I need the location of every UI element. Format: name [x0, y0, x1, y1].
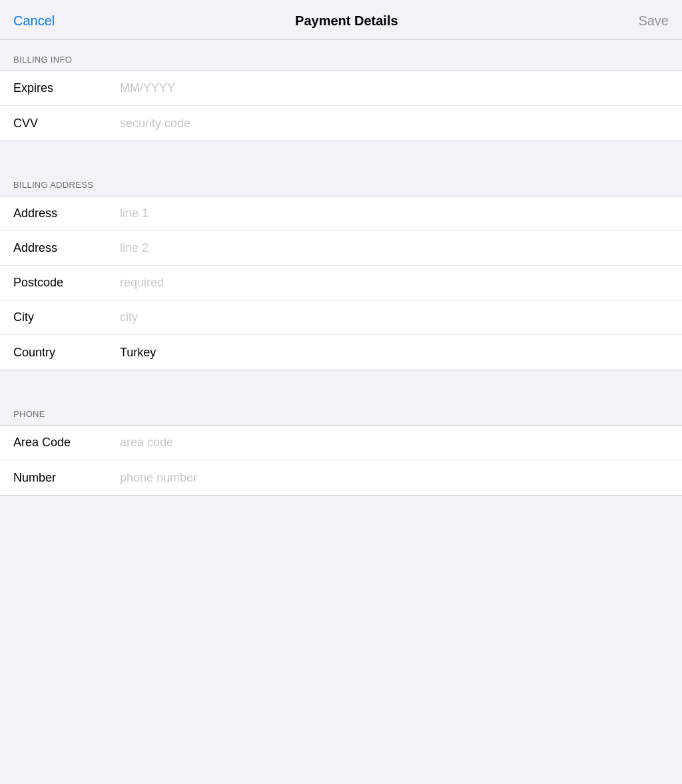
spacer-2 — [0, 370, 682, 394]
billing-address-section-header: BILLING ADDRESS — [0, 165, 682, 196]
area-code-label: Area Code — [13, 436, 120, 450]
postcode-label: Postcode — [13, 276, 120, 290]
city-row: City — [0, 300, 682, 335]
page-title: Payment Details — [295, 13, 398, 29]
billing-address-form: Address Address Postcode City Country Tu… — [0, 196, 682, 370]
phone-form: Area Code Number — [0, 426, 682, 496]
city-input[interactable] — [120, 301, 669, 334]
country-row[interactable]: Country Turkey — [0, 335, 682, 370]
address1-input[interactable] — [120, 197, 669, 230]
billing-info-form: Expires CVV — [0, 71, 682, 141]
billing-address-label: BILLING ADDRESS — [13, 180, 93, 190]
save-button[interactable]: Save — [638, 11, 669, 31]
navigation-bar: Cancel Payment Details Save — [0, 0, 682, 40]
cvv-label: CVV — [13, 117, 120, 131]
number-label: Number — [13, 471, 120, 485]
spacer-1 — [0, 141, 682, 165]
area-code-row: Area Code — [0, 426, 682, 460]
address2-label: Address — [13, 241, 120, 255]
phone-label: PHONE — [13, 409, 45, 419]
country-value: Turkey — [120, 336, 669, 369]
area-code-input[interactable] — [120, 426, 669, 459]
number-input[interactable] — [120, 462, 669, 494]
phone-section-header: PHONE — [0, 394, 682, 426]
billing-info-section-header: BILLING INFO — [0, 40, 682, 71]
city-label: City — [13, 310, 120, 324]
expires-input[interactable] — [120, 72, 669, 105]
country-label: Country — [13, 346, 120, 360]
address2-row: Address — [0, 231, 682, 266]
expires-row: Expires — [0, 71, 682, 106]
address2-input[interactable] — [120, 232, 669, 264]
number-row: Number — [0, 460, 682, 495]
billing-info-label: BILLING INFO — [13, 55, 72, 65]
expires-label: Expires — [13, 81, 120, 95]
cvv-input[interactable] — [120, 107, 669, 140]
cvv-row: CVV — [0, 106, 682, 141]
postcode-row: Postcode — [0, 266, 682, 300]
postcode-input[interactable] — [120, 266, 669, 299]
address1-row: Address — [0, 196, 682, 231]
cancel-button[interactable]: Cancel — [13, 11, 55, 31]
address1-label: Address — [13, 206, 120, 220]
